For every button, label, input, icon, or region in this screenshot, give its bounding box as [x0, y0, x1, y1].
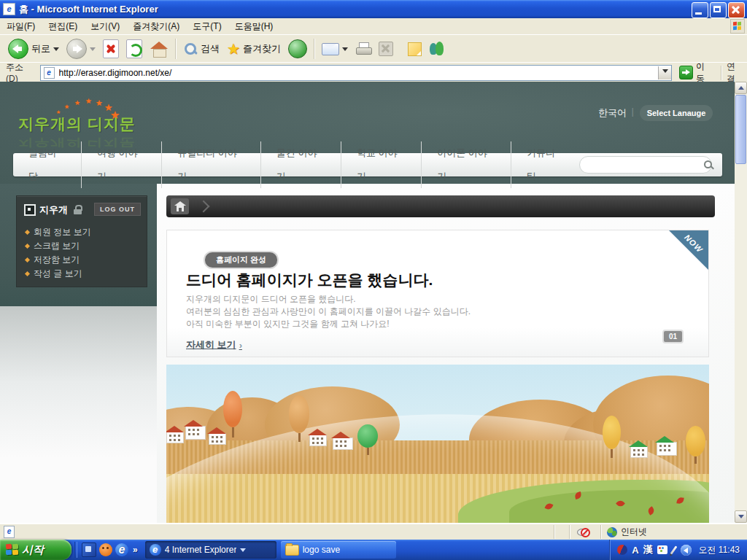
select-language-button[interactable]: Select Lanauge [640, 105, 713, 121]
mail-dropdown-icon[interactable] [342, 47, 348, 54]
menu-favorites[interactable]: 즐겨찾기(A) [126, 19, 186, 34]
member-username: 지우개 [39, 203, 68, 217]
minimize-button[interactable] [692, 2, 708, 18]
edit-button[interactable] [375, 39, 397, 58]
ime-english-mode-icon[interactable]: A [632, 545, 638, 556]
ime-hanja-icon[interactable]: 漢 [643, 543, 653, 556]
breadcrumb [166, 195, 715, 217]
nav-item-community[interactable]: 커뮤니티 [511, 141, 579, 188]
taskbar: 시작 e » e 4 Internet Explorer logo save A… [0, 540, 747, 560]
menu-edit[interactable]: 편집(E) [42, 19, 84, 34]
search-label: 검색 [201, 42, 220, 55]
scrollbar-thumb[interactable] [735, 95, 746, 164]
webpage: ★ ★ ★ ★ ★ ★ ★ 지우개의 디지문 지우개의 디지문 한국어 | Se… [0, 82, 735, 523]
quick-launch-icon-app1[interactable] [82, 542, 96, 557]
triangle-down-icon [738, 515, 744, 521]
read-more-link[interactable]: 자세히 보기 › [186, 338, 242, 351]
quick-launch-separator [74, 542, 77, 558]
toolbar-separator [314, 39, 315, 59]
korean-ime-icon[interactable] [617, 545, 627, 555]
ie-browser-window: e 홈 - Microsoft Internet Explorer 파일(F) … [0, 0, 747, 560]
nav-item-utility[interactable]: 유틸리티 이야기 [161, 141, 260, 188]
house-illustration [309, 435, 327, 446]
menu-view[interactable]: 보기(V) [84, 19, 126, 34]
home-button[interactable] [146, 38, 172, 60]
privacy-report-icon[interactable] [577, 527, 590, 537]
taskbar-window-logo-save[interactable]: logo save [281, 541, 396, 559]
green-tree [357, 424, 378, 455]
bullet-icon [25, 257, 30, 262]
note-icon [408, 42, 422, 56]
window-title: 홈 - Microsoft Internet Explorer [19, 3, 158, 16]
chevron-right-icon: › [239, 340, 242, 351]
forward-dropdown-icon[interactable] [90, 47, 96, 54]
taskbar-group-internet-explorer[interactable]: e 4 Internet Explorer [145, 541, 276, 559]
sidebar-item-my-posts[interactable]: 작성 글 보기 [26, 267, 91, 281]
taskbar-clock: 오전 11:43 [699, 544, 740, 556]
edit-icon [379, 42, 393, 56]
slide-page-indicator[interactable]: 01 [664, 331, 682, 342]
search-icon[interactable] [703, 160, 705, 170]
stop-icon [103, 39, 119, 58]
site-logo[interactable]: ★ ★ ★ ★ ★ ★ ★ 지우개의 디지문 지우개의 디지문 [18, 95, 157, 146]
quick-launch-overflow-chevron[interactable]: » [133, 545, 138, 555]
page-done-icon: e [4, 526, 15, 538]
breadcrumb-home-button[interactable] [171, 198, 189, 214]
sidebar-item-saved[interactable]: 저장함 보기 [26, 253, 91, 267]
internet-zone-label: 인터넷 [621, 526, 647, 538]
print-button[interactable] [352, 40, 375, 58]
nav-item-travel[interactable]: 여행 이야기 [81, 141, 161, 188]
sidebar-item-scrap[interactable]: 스크랩 보기 [26, 239, 91, 253]
nav-item-things[interactable]: 물건 이야기 [260, 141, 341, 188]
hide-tray-icons-button[interactable] [681, 545, 692, 556]
nav-item-notice[interactable]: 알림마당 [13, 141, 81, 188]
print-icon [355, 42, 371, 55]
back-dropdown-icon[interactable] [53, 47, 59, 54]
messenger-button[interactable] [425, 39, 449, 58]
bullet-icon [25, 271, 30, 276]
close-button[interactable] [728, 2, 745, 18]
star-icon: ★ [85, 97, 92, 105]
maximize-button[interactable] [710, 2, 727, 18]
search-button[interactable]: 검색 [179, 39, 223, 58]
page-ie-icon: e [44, 67, 55, 79]
ime-toolbar-icon[interactable] [657, 545, 667, 554]
system-tray: A 漢 오전 11:43 [610, 540, 747, 560]
autumn-illustration [166, 365, 709, 523]
title-bar: e 홈 - Microsoft Internet Explorer [0, 0, 747, 18]
start-button[interactable]: 시작 [0, 540, 71, 560]
menu-file[interactable]: 파일(F) [0, 19, 42, 34]
messenger-icon [429, 42, 445, 56]
house-illustration [166, 432, 184, 443]
address-field: e [40, 65, 673, 81]
sidebar-item-member-info[interactable]: 회원 정보 보기 [26, 225, 91, 239]
favorites-button[interactable]: ★ 즐겨찾기 [223, 39, 285, 58]
notes-button[interactable] [404, 40, 425, 58]
menu-help[interactable]: 도움말(H) [228, 19, 280, 34]
history-button[interactable] [285, 37, 311, 61]
minimize-icon [695, 12, 702, 15]
back-button[interactable]: 뒤로 [4, 36, 63, 61]
address-dropdown-button[interactable] [658, 66, 671, 79]
triangle-up-icon [738, 83, 744, 90]
quick-launch-icon-app2[interactable] [99, 543, 112, 556]
address-input[interactable] [58, 66, 659, 79]
quick-launch-internet-explorer-icon[interactable]: e [115, 543, 128, 556]
ime-pen-icon[interactable] [670, 545, 677, 554]
language-current[interactable]: 한국어 [598, 106, 627, 120]
scroll-up-button[interactable] [735, 82, 747, 94]
nav-item-school[interactable]: 학교 이야기 [341, 141, 421, 188]
stop-button[interactable] [99, 37, 123, 61]
scroll-down-button[interactable] [735, 510, 747, 523]
star-icon: ★ [74, 99, 80, 106]
forward-button[interactable] [63, 36, 99, 61]
mail-button[interactable] [318, 41, 352, 58]
logout-button[interactable]: LOG OUT [94, 203, 141, 216]
menu-tools[interactable]: 도구(T) [186, 19, 228, 34]
chevron-right-icon [198, 201, 210, 213]
nav-item-iphone[interactable]: 아이폰 이야기 [421, 141, 511, 188]
site-search-input[interactable] [587, 159, 703, 171]
star-icon: ★ [64, 104, 69, 110]
refresh-button[interactable] [123, 37, 146, 61]
vertical-scrollbar[interactable] [735, 82, 747, 523]
